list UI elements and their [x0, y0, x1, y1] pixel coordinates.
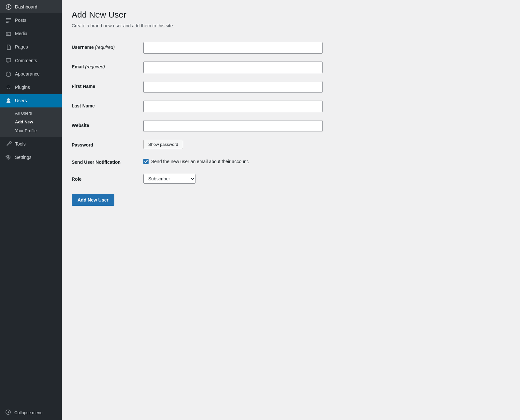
dashboard-icon — [5, 3, 12, 10]
page-subtitle: Create a brand new user and add them to … — [72, 23, 510, 28]
firstname-input[interactable] — [143, 81, 323, 93]
sidebar-item-settings[interactable]: Settings — [0, 150, 62, 164]
notification-row: Send User Notification Send the new user… — [72, 153, 510, 170]
users-submenu: All Users Add New Your Profile — [0, 107, 62, 137]
sidebar-item-pages[interactable]: Pages — [0, 40, 62, 54]
notification-field-cell: Send the new user an email about their a… — [143, 153, 510, 170]
lastname-input[interactable] — [143, 101, 323, 112]
plugins-icon — [5, 84, 12, 91]
notification-text: Send the new user an email about their a… — [151, 159, 249, 164]
sidebar-item-appearance[interactable]: Appearance — [0, 67, 62, 80]
users-icon — [5, 97, 12, 104]
lastname-field-cell — [143, 97, 510, 116]
media-icon — [5, 30, 12, 37]
website-label: Website — [72, 116, 143, 136]
sidebar-item-comments-label: Comments — [15, 58, 37, 63]
add-user-form: Username (required) Email (required) Fir… — [72, 38, 510, 188]
username-field-cell — [143, 38, 510, 58]
submenu-your-profile[interactable]: Your Profile — [0, 126, 62, 135]
comments-icon — [5, 57, 12, 64]
notification-checkbox[interactable] — [143, 159, 149, 164]
sidebar-item-pages-label: Pages — [15, 44, 28, 49]
add-new-user-button[interactable]: Add New User — [72, 194, 114, 206]
collapse-menu-button[interactable]: Collapse menu — [0, 405, 62, 420]
sidebar-item-tools[interactable]: Tools — [0, 137, 62, 150]
appearance-icon — [5, 70, 12, 77]
sidebar-item-users-label: Users — [15, 98, 27, 103]
collapse-icon — [5, 409, 11, 416]
website-field-cell — [143, 116, 510, 136]
username-label: Username (required) — [72, 38, 143, 58]
role-row: Role Subscriber Contributor Author Edito… — [72, 170, 510, 188]
firstname-label: First Name — [72, 77, 143, 97]
email-row: Email (required) — [72, 58, 510, 77]
sidebar-item-tools-label: Tools — [15, 141, 26, 147]
role-field-cell: Subscriber Contributor Author Editor Adm… — [143, 170, 510, 188]
show-password-button[interactable]: Show password — [143, 140, 183, 149]
pages-icon — [5, 44, 12, 50]
sidebar-item-media-label: Media — [15, 31, 27, 36]
lastname-row: Last Name — [72, 97, 510, 116]
sidebar-item-comments[interactable]: Comments — [0, 54, 62, 67]
submenu-add-new[interactable]: Add New — [0, 118, 62, 126]
submenu-all-users[interactable]: All Users — [0, 109, 62, 118]
sidebar-item-appearance-label: Appearance — [15, 71, 40, 77]
main-content: Add New User Create a brand new user and… — [62, 0, 520, 420]
sidebar-item-posts[interactable]: Posts — [0, 13, 62, 27]
role-select[interactable]: Subscriber Contributor Author Editor Adm… — [143, 174, 195, 184]
website-input[interactable] — [143, 120, 323, 132]
sidebar-item-settings-label: Settings — [15, 155, 32, 160]
sidebar-item-dashboard-label: Dashboard — [15, 4, 37, 9]
posts-icon — [5, 17, 12, 23]
role-label: Role — [72, 170, 143, 188]
lastname-label: Last Name — [72, 97, 143, 116]
email-input[interactable] — [143, 62, 323, 73]
tools-icon — [5, 140, 12, 147]
password-row: Password Show password — [72, 136, 510, 153]
website-row: Website — [72, 116, 510, 136]
password-label: Password — [72, 136, 143, 153]
sidebar-item-plugins-label: Plugins — [15, 85, 30, 90]
firstname-row: First Name — [72, 77, 510, 97]
sidebar-item-media[interactable]: Media — [0, 27, 62, 40]
firstname-field-cell — [143, 77, 510, 97]
username-input[interactable] — [143, 42, 323, 54]
email-field-cell — [143, 58, 510, 77]
notification-label: Send User Notification — [72, 153, 143, 170]
sidebar-item-dashboard[interactable]: Dashboard — [0, 0, 62, 13]
sidebar-item-posts-label: Posts — [15, 18, 26, 23]
password-field-cell: Show password — [143, 136, 510, 153]
collapse-label: Collapse menu — [14, 410, 43, 415]
username-row: Username (required) — [72, 38, 510, 58]
page-title: Add New User — [72, 10, 510, 20]
sidebar-item-users[interactable]: Users — [0, 94, 62, 107]
email-label: Email (required) — [72, 58, 143, 77]
sidebar-item-plugins[interactable]: Plugins — [0, 81, 62, 94]
settings-icon — [5, 154, 12, 161]
sidebar: Dashboard Posts Media Pages Comments App… — [0, 0, 62, 420]
